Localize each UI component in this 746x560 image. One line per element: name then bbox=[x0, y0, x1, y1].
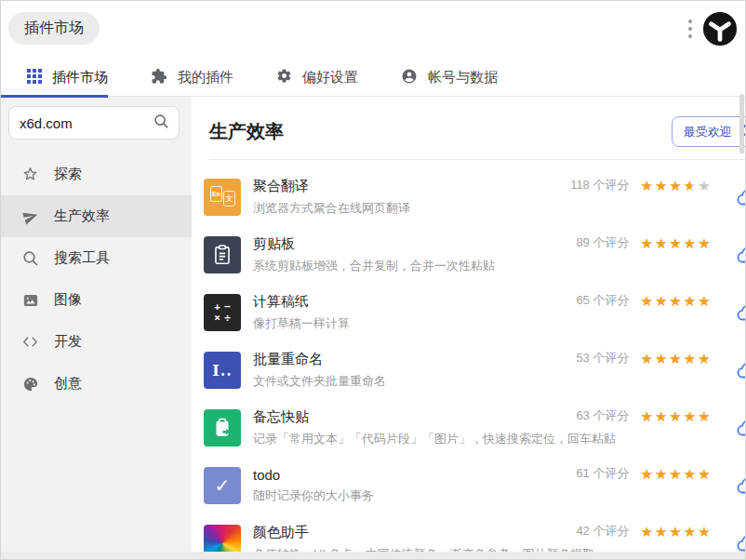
plugin-description: 随时记录你的大小事务 bbox=[253, 487, 374, 504]
plugin-description: 记录「常用文本」「代码片段」「图片」，快速搜索定位，回车粘贴 bbox=[253, 431, 576, 447]
download-button[interactable] bbox=[737, 245, 746, 266]
plugin-list: En文 聚合翻译 浏览器方式聚合在线网页翻译 118 个评分 ★★★★★★★★★… bbox=[192, 160, 746, 560]
star-rating: ★★★★★★★★★★ bbox=[640, 525, 712, 539]
utools-logo-icon[interactable] bbox=[702, 11, 738, 47]
window-bottom-edge bbox=[1, 552, 745, 559]
sidebar-item-label: 生产效率 bbox=[54, 207, 110, 225]
rating-count: 61 个评分 bbox=[576, 465, 629, 482]
check-icon: ✓ bbox=[204, 467, 241, 504]
tab-plugin-market[interactable]: 插件市场 bbox=[27, 59, 108, 96]
tab-my-plugins[interactable]: 我的插件 bbox=[151, 59, 233, 96]
download-button[interactable] bbox=[737, 360, 746, 381]
category-nav: 探索 生产效率 搜索工具 bbox=[1, 153, 192, 405]
translate-icon: En文 bbox=[204, 179, 241, 216]
sidebar-item-creative[interactable]: 创意 bbox=[1, 363, 192, 405]
grid-icon bbox=[27, 69, 42, 87]
gear-icon bbox=[276, 68, 292, 87]
download-button[interactable] bbox=[737, 418, 746, 439]
download-button[interactable] bbox=[737, 187, 746, 208]
star-rating: ★★★★★★★★★★ bbox=[640, 409, 712, 423]
plugin-description: 系统剪贴板增强，合并复制，合并一次性粘贴 bbox=[253, 258, 495, 274]
tab-label: 偏好设置 bbox=[302, 69, 358, 87]
sidebar-item-label: 搜索工具 bbox=[54, 249, 110, 267]
star-icon bbox=[21, 166, 39, 183]
plugin-row[interactable]: 剪贴板 系统剪贴板增强，合并复制，合并一次性粘贴 89 个评分 ★★★★★★★★… bbox=[192, 226, 746, 284]
plugin-name: todo bbox=[253, 467, 374, 483]
code-icon bbox=[21, 333, 39, 351]
plugin-name: 颜色助手 bbox=[253, 524, 576, 541]
rating-count: 89 个评分 bbox=[576, 234, 629, 251]
download-button[interactable] bbox=[737, 475, 746, 497]
rating-count: 118 个评分 bbox=[570, 177, 629, 193]
sidebar-item-label: 图像 bbox=[54, 291, 82, 309]
kebab-menu-icon[interactable] bbox=[685, 16, 696, 42]
rating-count: 65 个评分 bbox=[576, 292, 629, 309]
clipboard-icon bbox=[204, 236, 241, 273]
tab-account-data[interactable]: 帐号与数据 bbox=[401, 59, 498, 96]
plugin-row[interactable]: 备忘快贴 记录「常用文本」「代码片段」「图片」，快速搜索定位，回车粘贴 63 个… bbox=[192, 399, 746, 457]
paper-plane-icon bbox=[21, 207, 39, 225]
rating-count: 42 个评分 bbox=[576, 523, 629, 540]
memo-icon bbox=[204, 409, 241, 447]
sidebar-item-label: 创意 bbox=[54, 375, 82, 393]
plugin-name: 剪贴板 bbox=[253, 235, 495, 253]
plugin-name: 批量重命名 bbox=[253, 351, 386, 368]
page-title: 生产效率 bbox=[209, 119, 284, 144]
rating-count: 63 个评分 bbox=[576, 407, 629, 424]
star-rating: ★★★★★★★★★★ bbox=[640, 467, 712, 481]
sidebar-item-search-tools[interactable]: 搜索工具 bbox=[1, 237, 192, 279]
sidebar-item-development[interactable]: 开发 bbox=[1, 321, 192, 363]
sidebar-item-productivity[interactable]: 生产效率 bbox=[1, 195, 192, 237]
tab-label: 插件市场 bbox=[52, 69, 108, 87]
plugin-description: 浏览器方式聚合在线网页翻译 bbox=[253, 200, 410, 217]
sort-dropdown[interactable]: 最受欢迎 bbox=[672, 116, 746, 147]
image-icon bbox=[21, 291, 39, 309]
sidebar: 探索 生产效率 搜索工具 bbox=[1, 97, 192, 552]
plugin-name: 备忘快贴 bbox=[253, 408, 576, 426]
topbar: 插件市场 bbox=[1, 1, 745, 59]
star-rating: ★★★★★★★★★★ bbox=[640, 179, 712, 193]
tab-bar: 插件市场 我的插件 偏好设置 帐号与数据 bbox=[1, 59, 745, 97]
tab-label: 我的插件 bbox=[178, 69, 233, 87]
account-icon bbox=[401, 68, 418, 87]
plugin-description: 文件或文件夹批量重命名 bbox=[253, 373, 386, 390]
plugin-row[interactable]: I.. 批量重命名 文件或文件夹批量重命名 53 个评分 ★★★★★★★★★★ bbox=[192, 341, 746, 399]
plugin-row[interactable]: En文 聚合翻译 浏览器方式聚合在线网页翻译 118 个评分 ★★★★★★★★★… bbox=[192, 168, 746, 226]
sidebar-search bbox=[8, 106, 180, 140]
tab-label: 帐号与数据 bbox=[428, 69, 498, 87]
math-icon: +−×÷ bbox=[204, 294, 241, 331]
main-content: 生产效率 最受欢迎 En文 bbox=[192, 97, 746, 552]
star-rating: ★★★★★★★★★★ bbox=[640, 352, 712, 366]
plugin-name: 计算稿纸 bbox=[253, 293, 350, 311]
scrollbar-thumb[interactable] bbox=[739, 94, 744, 153]
sidebar-item-label: 开发 bbox=[54, 333, 82, 351]
plugin-market-window: 插件市场 bbox=[0, 0, 746, 560]
plugin-name: 聚合翻译 bbox=[253, 178, 410, 195]
tab-preferences[interactable]: 偏好设置 bbox=[276, 59, 358, 96]
rename-icon: I.. bbox=[204, 352, 241, 389]
sidebar-item-images[interactable]: 图像 bbox=[1, 279, 192, 321]
sidebar-item-explore[interactable]: 探索 bbox=[1, 153, 192, 195]
sort-dropdown-label: 最受欢迎 bbox=[684, 124, 732, 140]
plugin-row[interactable]: ✓ todo 随时记录你的大小事务 61 个评分 ★★★★★★★★★★ bbox=[192, 457, 746, 514]
sidebar-item-label: 探索 bbox=[54, 166, 82, 183]
plugin-description: 像打草稿一样计算 bbox=[253, 315, 350, 332]
puzzle-icon bbox=[151, 68, 167, 87]
star-rating: ★★★★★★★★★★ bbox=[640, 236, 712, 250]
search-icon[interactable] bbox=[153, 113, 169, 133]
star-rating: ★★★★★★★★★★ bbox=[640, 294, 712, 308]
download-button[interactable] bbox=[737, 302, 746, 324]
window-title-badge: 插件市场 bbox=[8, 12, 100, 45]
rating-count: 53 个评分 bbox=[576, 350, 629, 367]
plugin-row[interactable]: +−×÷ 计算稿纸 像打草稿一样计算 65 个评分 ★★★★★★★★★★ bbox=[192, 284, 746, 341]
palette-icon bbox=[21, 375, 39, 393]
active-tab-underline bbox=[1, 95, 108, 98]
search-input[interactable] bbox=[20, 115, 153, 131]
magnifier-icon bbox=[21, 249, 39, 267]
